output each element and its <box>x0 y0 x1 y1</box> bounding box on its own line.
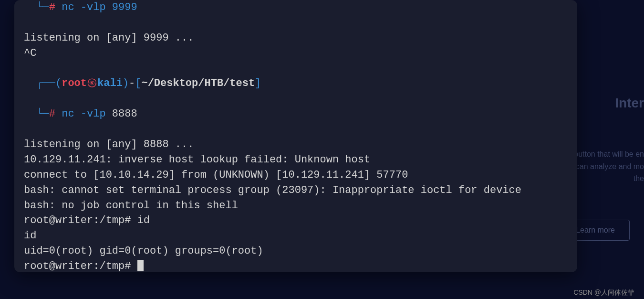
output-listening-9999: listening on [any] 9999 ... <box>24 32 194 44</box>
output-writer-prompt-id: root@writer:/tmp# id <box>24 214 150 226</box>
port-8888: 8888 <box>112 108 137 120</box>
prompt-hash: # <box>49 1 62 13</box>
terminal-window[interactable]: └─# nc -vlp 9999 listening on [any] 9999… <box>14 0 577 272</box>
cursor <box>137 260 144 271</box>
background-title: Inter <box>615 96 644 111</box>
box-drawing-top: ┌── <box>24 77 55 89</box>
output-bash-ioctl: bash: cannot set terminal process group … <box>24 184 521 196</box>
prompt-host: kali <box>97 77 123 89</box>
output-ctrl-c: ^C <box>24 47 36 59</box>
output-bash-job: bash: no job control in this shell <box>24 200 238 212</box>
output-inverse-lookup: 10.129.11.241: inverse host lookup faile… <box>24 154 370 166</box>
box-drawing-bottom: └─ <box>24 108 49 120</box>
command-nc-1: nc -vlp <box>62 1 105 13</box>
bg-desc-3: the <box>634 174 644 182</box>
prompt-path: ~/Desktop/HTB/test <box>141 77 255 89</box>
output-connect: connect to [10.10.14.29] from (UNKNOWN) … <box>24 169 408 181</box>
output-writer-prompt: root@writer:/tmp# <box>24 260 137 272</box>
port-9999: 9999 <box>112 1 137 13</box>
prompt-user: root <box>62 77 87 89</box>
terminal-content[interactable]: └─# nc -vlp 9999 listening on [any] 9999… <box>24 0 568 272</box>
box-drawing: └─ <box>24 1 49 13</box>
command-nc-2: nc -vlp <box>62 108 105 120</box>
skull-icon: ㉿ <box>87 77 97 89</box>
output-id-result: uid=0(root) gid=0(root) groups=0(root) <box>24 245 263 257</box>
watermark: CSDN @人间体佐菲 <box>573 288 634 297</box>
prompt-hash-2: # <box>49 108 62 120</box>
bg-desc-1: A button that will be en <box>567 150 644 158</box>
output-listening-8888: listening on [any] 8888 ... <box>24 139 194 150</box>
output-id-echo: id <box>24 230 36 242</box>
